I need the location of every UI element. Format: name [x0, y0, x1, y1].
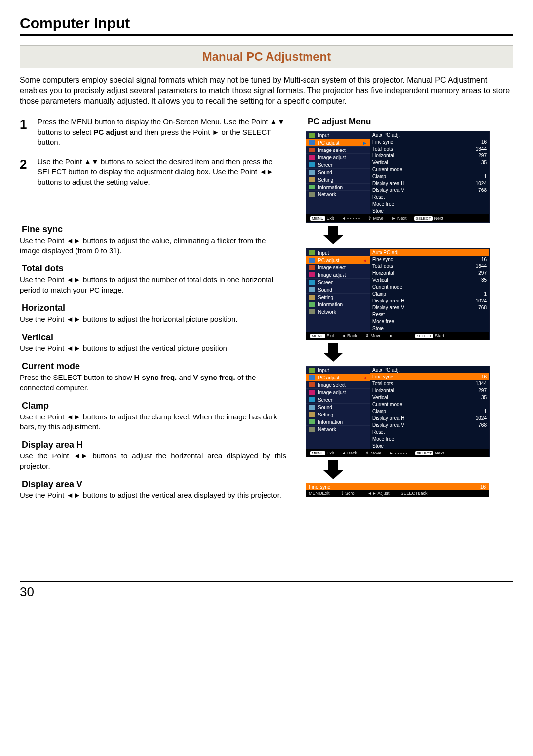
osd-param-label: Display area H — [372, 416, 405, 421]
osd-item-icon — [309, 368, 315, 373]
osd-right-item: Clamp1 — [370, 408, 489, 415]
osd-item-label: Information — [318, 185, 343, 190]
osd-param-value: 35 — [481, 160, 487, 165]
osd-left-item: Information — [306, 301, 370, 308]
osd-item-label: Image adjust — [318, 390, 346, 395]
osd-item-icon — [309, 265, 315, 270]
osd1-back: ◄ - - - - - — [342, 216, 360, 221]
osd-right-item: Mode free — [370, 435, 489, 442]
osd-param-value: 16 — [481, 139, 487, 145]
osd-param-value: 16 — [481, 374, 487, 379]
section-heading: Manual PC Adjustment — [20, 45, 513, 68]
osd-param-label: Mode free — [372, 436, 394, 442]
osd-item-icon — [309, 155, 315, 160]
osd-item-icon — [309, 287, 315, 292]
dash-1: - - - - - — [347, 216, 360, 221]
osd-item-label: Image select — [318, 148, 346, 153]
osd-param-label: Vertical — [372, 277, 388, 283]
scroll-4: Scroll — [345, 491, 357, 496]
osd-right-item: Store — [370, 207, 489, 214]
osd-param-label: Total dots — [372, 381, 393, 386]
osd-right-item: Fine sync16 — [370, 373, 489, 380]
arrow-down-icon-3 — [321, 460, 345, 480]
osd-param-label: Total dots — [372, 146, 393, 151]
osd-item-icon — [309, 192, 315, 197]
osd-item-label: PC adjust — [318, 140, 339, 146]
osd-param-label: Reset — [372, 194, 385, 200]
osd-right-item: Display area V768 — [370, 304, 489, 311]
osd-screenshot-1: InputPC adjust►Image selectImage adjustS… — [306, 131, 490, 223]
menu-key-3: MENU — [310, 451, 325, 455]
osd-right-item: Vertical35 — [370, 276, 489, 283]
osd-item-icon — [309, 397, 315, 402]
osd-param-label: Fine sync — [372, 139, 393, 145]
osd2-footer: MENUExit ◄ Back ⇕ Move ► - - - - - SELEC… — [306, 332, 489, 340]
osd-right-item: Total dots1344 — [370, 263, 489, 269]
osd-right-item: Horizontal297 — [370, 387, 489, 394]
osd-item-icon — [309, 258, 315, 263]
osd-param-value: 768 — [478, 188, 487, 193]
osd-item-icon — [309, 170, 315, 175]
osd-param-label: Display area H — [372, 181, 405, 186]
osd-item-icon — [309, 382, 315, 387]
page-title: Computer Input — [20, 15, 513, 36]
osd-screenshot-3: InputPC adjust◄Image selectImage adjustS… — [306, 366, 490, 457]
osd-left-item: Screen — [306, 161, 370, 168]
adjust-scroll: ⇕ Scroll — [341, 491, 357, 496]
osd-item-label: Input — [318, 368, 329, 373]
osd-left-item: PC adjust◄ — [306, 374, 370, 381]
osd-item-label: Sound — [318, 405, 332, 410]
osd-left-item: Sound — [306, 403, 370, 411]
osd-item-label: Sound — [318, 170, 332, 175]
arrow-down-icon-2 — [321, 343, 345, 363]
move-2: Move — [371, 333, 381, 338]
osd-left-item: Input — [306, 249, 370, 256]
osd-param-label: Display area V — [372, 422, 404, 428]
osd-param-value: 35 — [481, 277, 487, 283]
osd-right-item: Clamp1 — [370, 173, 489, 180]
osd-item-icon — [309, 133, 315, 138]
osd-item-icon — [309, 295, 315, 300]
osd-right-item: Display area V768 — [370, 421, 489, 428]
osd-item-icon — [309, 419, 315, 424]
step-1-body: Press the MENU button to display the On-… — [38, 117, 286, 147]
osd-item-icon — [309, 162, 315, 167]
osd-right-item: Auto PC adj. — [370, 249, 489, 256]
param-clamp-body: Use the Point ◄► buttons to adjust the c… — [20, 412, 286, 432]
osd-item-label: PC adjust — [318, 375, 339, 380]
osd-right-item: Reset — [370, 193, 489, 200]
osd-param-value: 768 — [478, 305, 487, 310]
osd-param-value: 16 — [481, 257, 487, 262]
osd-right-item: Fine sync16 — [370, 256, 489, 263]
param-current-mode-title: Current mode — [22, 361, 286, 372]
step-number-1: 1 — [20, 117, 38, 147]
osd-right-item: Clamp1 — [370, 290, 489, 297]
osd-left-item: Image adjust — [306, 271, 370, 278]
select-next-3: Next — [435, 451, 444, 455]
param-vertical-title: Vertical — [22, 332, 286, 342]
step-1: 1 Press the MENU button to display the O… — [20, 117, 286, 147]
osd-item-label: Setting — [318, 412, 333, 417]
osd-item-label: Image adjust — [318, 272, 346, 278]
osd-item-label: Information — [318, 302, 343, 307]
osd-right-item: Total dots1344 — [370, 380, 489, 387]
osd-param-label: Clamp — [372, 409, 386, 414]
osd-param-label: Current mode — [372, 284, 402, 290]
osd-param-label: Vertical — [372, 160, 388, 165]
arrow-down-icon — [321, 226, 345, 245]
select-key-2: SELECT — [415, 334, 433, 338]
adjust-4: Adjust — [377, 491, 389, 496]
osd-item-label: Information — [318, 419, 343, 425]
osd-param-value: 1344 — [476, 264, 487, 269]
osd-item-label: Sound — [318, 287, 332, 293]
param-current-mode-body: Press the SELECT button to show H-sync f… — [20, 373, 286, 393]
osd-item-label: Screen — [318, 397, 334, 403]
osd-param-value: 1024 — [476, 298, 487, 303]
osd-left-item: Setting — [306, 411, 370, 418]
osd-param-label: Horizontal — [372, 388, 394, 393]
adjust-adjust: ◄► Adjust — [368, 491, 390, 496]
osd-right-item: Store — [370, 442, 489, 449]
osd3-next: ► - - - - - — [389, 451, 407, 455]
osd-left-item: Input — [306, 366, 370, 374]
osd-right-item: Vertical35 — [370, 394, 489, 401]
